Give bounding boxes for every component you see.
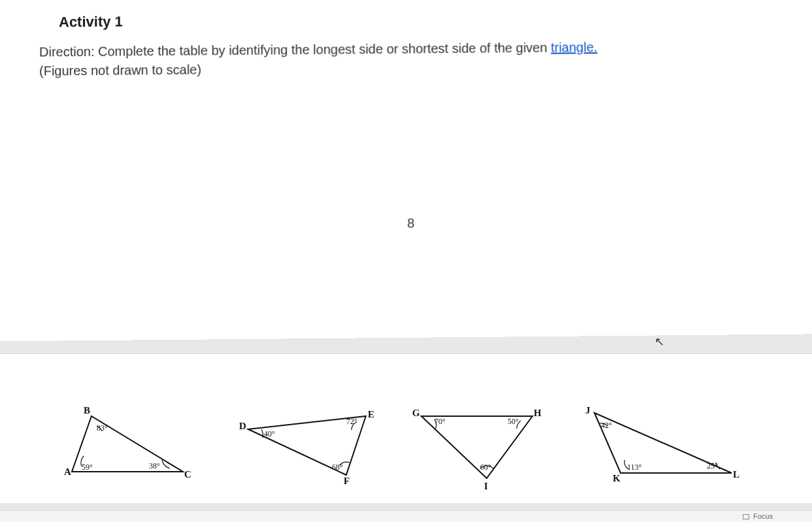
angle-d-label: 40° <box>264 429 275 439</box>
triangle-jkl-shape <box>581 406 751 485</box>
vertex-j-label: J <box>585 405 591 416</box>
vertex-a-label: A <box>64 466 71 478</box>
vertex-b-label: B <box>84 405 90 416</box>
activity-title: Activity 1 <box>59 7 792 31</box>
focus-label: Focus <box>753 512 773 520</box>
direction-prefix: Direction: Complete the table by identif… <box>39 41 551 59</box>
vertex-k-label: K <box>613 473 621 484</box>
status-bar: Focus <box>0 510 812 522</box>
direction-link-word: triangle. <box>551 40 597 55</box>
direction-text: Direction: Complete the table by identif… <box>39 38 628 81</box>
vertex-d-label: D <box>239 421 246 432</box>
triangles-row: A B C 59° 83° 38° D E F 40° 72° 68° <box>46 406 799 498</box>
triangle-abc: A B C 59° 83° 38° <box>46 406 203 485</box>
focus-mode-button[interactable]: Focus <box>743 512 773 520</box>
vertex-e-label: E <box>368 409 374 420</box>
vertex-l-label: L <box>733 469 739 480</box>
triangle-ghi: G H I 70° 50° 60° <box>408 406 552 491</box>
angle-e-label: 72° <box>346 417 357 427</box>
vertex-g-label: G <box>412 408 420 419</box>
figures-panel: ↖ A B C 59° 83° 38° D <box>0 353 812 503</box>
angle-h-label: 50° <box>508 417 519 427</box>
triangle-jkl: J K L 42° 113° 25° <box>581 406 751 485</box>
vertex-f-label: F <box>344 476 349 487</box>
vertex-c-label: C <box>184 469 191 480</box>
direction-suffix: (Figures not drawn to scale) <box>39 62 201 78</box>
angle-a-label: 59° <box>82 463 93 472</box>
angle-k-label: 113° <box>627 463 641 472</box>
angle-g-label: 70° <box>434 417 446 427</box>
vertex-h-label: H <box>534 408 542 419</box>
document-page: Activity 1 Direction: Complete the table… <box>0 0 812 341</box>
angle-b-label: 83° <box>97 423 108 433</box>
focus-icon <box>743 514 749 519</box>
angle-l-label: 25° <box>707 461 718 471</box>
angle-c-label: 38° <box>149 461 160 471</box>
vertex-i-label: I <box>484 481 488 492</box>
angle-i-label: 60° <box>480 463 491 472</box>
angle-f-label: 68° <box>332 463 343 472</box>
page-number: 8 <box>407 216 414 231</box>
triangle-ghi-shape <box>408 406 552 491</box>
triangle-def: D E F 40° 72° 68° <box>235 406 392 485</box>
angle-j-label: 42° <box>601 421 612 431</box>
mouse-cursor-icon: ↖ <box>655 334 664 349</box>
